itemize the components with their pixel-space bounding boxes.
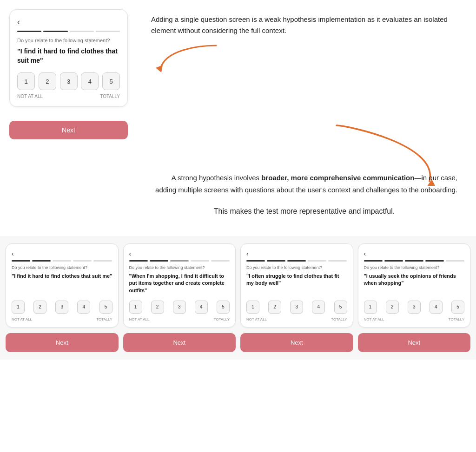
top-phone-card: ‹ Do you relate to the following stateme… (9, 9, 128, 107)
middle-section: Next A strong hypothesis involves broade… (0, 111, 476, 231)
rating-card3: 1 2 3 4 5 (246, 301, 347, 314)
impact-line: This makes the test more representative … (151, 205, 457, 217)
question-label-top: Do you relate to the following statement… (17, 38, 120, 43)
rb3-c2[interactable]: 3 (173, 301, 186, 314)
rating-btn-4[interactable]: 4 (81, 72, 99, 90)
rb1-c4[interactable]: 1 (364, 301, 377, 314)
back-btn-card2[interactable]: ‹ (129, 250, 132, 257)
qlabel-card2: Do you relate to the following statement… (129, 265, 230, 270)
top-section: ‹ Do you relate to the following stateme… (0, 0, 476, 111)
rb4-c3[interactable]: 4 (312, 301, 325, 314)
next-btn-card4[interactable]: Next (358, 333, 471, 352)
totally-label-top: TOTALLY (100, 94, 120, 99)
top-annotation: Adding a single question screen is a wea… (142, 9, 467, 107)
middle-left: Next (9, 111, 128, 139)
middle-annotation: A strong hypothesis involves broader, mo… (142, 111, 467, 222)
rb5-c3[interactable]: 5 (334, 301, 347, 314)
next-btn-card2[interactable]: Next (123, 333, 236, 352)
rlabels-card4: NOT AT ALL TOTALLY (364, 317, 465, 321)
rating-row-top: 1 2 3 4 5 (17, 72, 120, 90)
rating-card4: 1 2 3 4 5 (364, 301, 465, 314)
rlabels-card3: NOT AT ALL TOTALLY (246, 317, 347, 321)
mini-card-2: ‹ Do you relate to the following stateme… (123, 243, 236, 328)
back-btn-card4[interactable]: ‹ (364, 250, 366, 257)
progress-card2 (129, 260, 230, 262)
next-button-top[interactable]: Next (9, 121, 128, 139)
rb1-c2[interactable]: 1 (129, 301, 142, 314)
annotation-bold: broader, more comprehensive communicatio… (261, 174, 414, 182)
statement-card1: "I find it hard to find clothes that sui… (12, 273, 112, 296)
rb5-c1[interactable]: 5 (99, 301, 112, 314)
rating-btn-2[interactable]: 2 (39, 72, 56, 90)
progress-card1 (12, 260, 112, 262)
statement-top: "I find it hard to find clothes that sui… (17, 47, 120, 65)
progress-3 (70, 31, 94, 32)
rb5-c4[interactable]: 5 (451, 301, 464, 314)
totally-c1: TOTALLY (96, 317, 112, 321)
next-btn-card3[interactable]: Next (240, 333, 353, 352)
not-at-all-c1: NOT AT ALL (12, 317, 32, 321)
not-at-all-label-top: NOT AT ALL (17, 94, 43, 99)
rating-card2: 1 2 3 4 5 (129, 301, 230, 314)
annotation-line1: A strong hypothesis involves (172, 174, 261, 182)
next-btn-card1[interactable]: Next (6, 333, 119, 352)
totally-c3: TOTALLY (331, 317, 347, 321)
qlabel-card4: Do you relate to the following statement… (364, 265, 465, 270)
annotation-middle-text: A strong hypothesis involves broader, mo… (151, 172, 457, 196)
mini-card-1: ‹ Do you relate to the following stateme… (6, 243, 119, 328)
cards-row: ‹ Do you relate to the following stateme… (6, 243, 470, 328)
progress-4 (96, 31, 120, 32)
not-at-all-c3: NOT AT ALL (246, 317, 267, 321)
progress-card3 (246, 260, 347, 262)
rating-btn-1[interactable]: 1 (17, 72, 35, 90)
statement-card4: "I usually seek the opinions of friends … (364, 273, 465, 296)
rlabels-card1: NOT AT ALL TOTALLY (12, 317, 112, 321)
rb2-c3[interactable]: 2 (268, 301, 281, 314)
rb4-c1[interactable]: 4 (77, 301, 90, 314)
not-at-all-c4: NOT AT ALL (364, 317, 384, 321)
rlabels-card2: NOT AT ALL TOTALLY (129, 317, 230, 321)
progress-1 (17, 31, 41, 32)
rb2-c1[interactable]: 2 (33, 301, 46, 314)
next-buttons-row: Next Next Next Next (6, 333, 470, 352)
progress-card4 (364, 260, 465, 262)
rb3-c3[interactable]: 3 (290, 301, 303, 314)
totally-c2: TOTALLY (214, 317, 230, 321)
progress-bar-top (17, 31, 120, 32)
statement-card2: "When I'm shopping, I find it difficult … (129, 273, 230, 296)
rb4-c2[interactable]: 4 (195, 301, 208, 314)
rb2-c2[interactable]: 2 (151, 301, 164, 314)
back-btn-card1[interactable]: ‹ (12, 250, 14, 257)
rb3-c1[interactable]: 3 (55, 301, 68, 314)
rb2-c4[interactable]: 2 (386, 301, 399, 314)
statement-card3: "I often struggle to find clothes that f… (246, 273, 347, 296)
rb1-c3[interactable]: 1 (246, 301, 259, 314)
totally-c4: TOTALLY (449, 317, 464, 321)
annotation-text-top: Adding a single question screen is a wea… (151, 14, 457, 36)
rb4-c4[interactable]: 4 (430, 301, 443, 314)
qlabel-card3: Do you relate to the following statement… (246, 265, 347, 270)
mini-card-3: ‹ Do you relate to the following stateme… (240, 243, 353, 328)
mini-card-4: ‹ Do you relate to the following stateme… (358, 243, 471, 328)
not-at-all-c2: NOT AT ALL (129, 317, 150, 321)
rating-btn-5[interactable]: 5 (102, 72, 120, 90)
rb3-c4[interactable]: 3 (408, 301, 421, 314)
rating-card1: 1 2 3 4 5 (12, 301, 112, 314)
rating-btn-3[interactable]: 3 (60, 72, 78, 90)
rb5-c2[interactable]: 5 (217, 301, 230, 314)
qlabel-card1: Do you relate to the following statement… (12, 265, 112, 270)
back-btn-card3[interactable]: ‹ (246, 250, 249, 257)
progress-2 (43, 31, 67, 32)
back-button-top[interactable]: ‹ (17, 17, 20, 27)
rating-labels-top: NOT AT ALL TOTALLY (17, 94, 120, 99)
arrow-top (151, 41, 225, 78)
rb1-c1[interactable]: 1 (12, 301, 25, 314)
bottom-section: ‹ Do you relate to the following stateme… (0, 236, 476, 360)
svg-marker-0 (156, 65, 163, 72)
